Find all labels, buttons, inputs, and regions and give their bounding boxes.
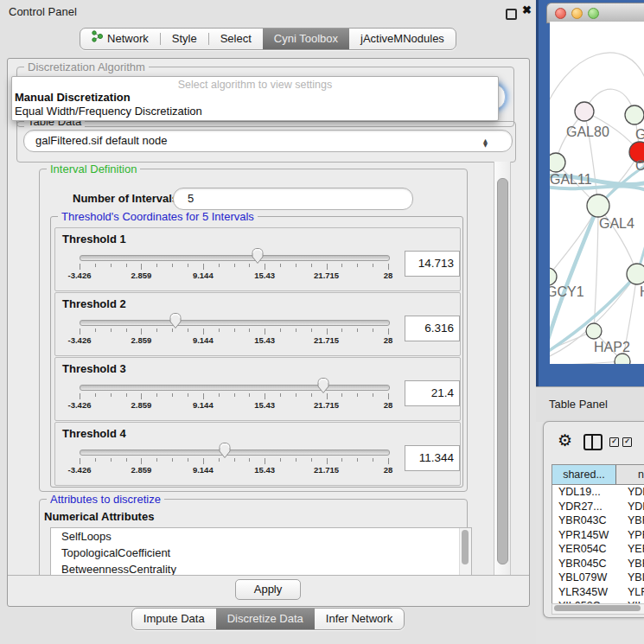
table-row[interactable]: YLR345WYLR3 [552, 585, 644, 600]
tick-label: 9.144 [193, 465, 214, 475]
tab-network[interactable]: Network [80, 29, 160, 49]
algorithm-option-manual-discretization[interactable]: Manual Discretization [12, 91, 498, 105]
table-cell: YLR3 [622, 585, 644, 600]
network-node-hap2[interactable] [586, 323, 602, 339]
column-header-shared-name[interactable]: shared... [552, 465, 616, 484]
threshold-1-slider-track[interactable] [80, 255, 390, 261]
tick-mark [373, 458, 373, 462]
network-node-gcy1[interactable] [550, 268, 557, 285]
gear-icon[interactable]: ⚙ [558, 432, 572, 449]
tick-mark [357, 264, 358, 267]
tick-mark [280, 328, 281, 332]
threshold-4-slider-thumb[interactable] [218, 442, 232, 459]
tick-mark [156, 328, 157, 332]
threshold-3-slider-thumb[interactable] [316, 377, 330, 394]
threshold-2-slider-thumb[interactable] [169, 312, 182, 329]
combo-arrows-icon: ▲▼ [483, 139, 488, 148]
tab-discretize-data[interactable]: Discretize Data [216, 609, 315, 629]
tick-mark [296, 328, 296, 332]
threshold-1-box: Threshold 1-3.4262.8599.14415.4321.71528… [54, 227, 461, 291]
threshold-1-value-field[interactable]: 14.713 [405, 251, 460, 277]
table-row[interactable]: YDR27...YDR2 [552, 500, 644, 514]
tab-cyni-toolbox[interactable]: Cyni Toolbox [263, 29, 349, 49]
close-traffic-light-icon[interactable] [555, 8, 566, 19]
threshold-2-slider-track[interactable] [80, 320, 390, 326]
checkbox-icon[interactable]: ✓ [622, 437, 632, 447]
tick-mark [388, 393, 389, 399]
tab-jactivemnodules[interactable]: jActiveMNodules [349, 29, 456, 49]
checkbox-icon[interactable]: ✓ [609, 437, 619, 447]
panel-vertical-scrollbar[interactable] [494, 162, 511, 575]
tab-label: Select [220, 29, 252, 49]
apply-button[interactable]: Apply [235, 579, 301, 600]
tick-mark [219, 393, 220, 397]
panel-scrollbar-thumb[interactable] [497, 178, 508, 564]
tick-label: 21.715 [314, 271, 339, 280]
attribute-item-selfloops[interactable]: SelfLoops [51, 528, 471, 545]
tick-mark [341, 264, 342, 267]
tick-label: -3.426 [68, 400, 92, 410]
algorithm-option-equal-width-frequency-discretization[interactable]: Equal Width/Frequency Discretization [12, 105, 498, 118]
table-row[interactable]: YBL079WYBL0 [552, 571, 644, 585]
network-node-gal80[interactable] [575, 102, 594, 121]
control-panel-window: Control Panel ✖ NetworkStyleSelectCyni T… [0, 0, 536, 644]
tick-mark [126, 458, 127, 462]
table-row[interactable]: YBR045CYBR0 [552, 557, 644, 571]
table-row[interactable]: YER054CYER0 [552, 542, 644, 557]
table-scrollbar-thumb[interactable] [554, 605, 641, 611]
threshold-2-value-field[interactable]: 6.316 [405, 316, 460, 341]
float-window-icon[interactable] [506, 9, 517, 20]
table-cell: YBL0 [622, 571, 644, 585]
table-cell: YDR2 [622, 500, 644, 514]
tick-label: 2.859 [131, 400, 152, 410]
zoom-traffic-light-icon[interactable] [588, 8, 599, 19]
network-node-label: GCY1 [550, 284, 584, 299]
tick-mark [111, 328, 112, 332]
network-node-h[interactable] [627, 264, 644, 284]
network-node[interactable] [615, 354, 630, 364]
number-of-intervals-spinner[interactable]: 5 [173, 188, 413, 210]
tab-select[interactable]: Select [209, 29, 263, 49]
tab-infer-network[interactable]: Infer Network [315, 609, 404, 629]
tab-style[interactable]: Style [161, 29, 208, 49]
table-cell: YBL079W [552, 571, 622, 585]
network-node-gal11[interactable] [550, 153, 565, 172]
network-node-ga[interactable] [625, 105, 644, 124]
tick-label: -3.426 [68, 271, 92, 280]
table-row[interactable]: YDL19...YDL1 [552, 485, 644, 500]
threshold-3-value-field[interactable]: 21.4 [405, 380, 460, 406]
tick-label: 21.715 [314, 400, 339, 410]
attribute-item-betweennesscentrality[interactable]: BetweennessCentrality [51, 561, 471, 575]
table-row[interactable]: YBR043CYBR0 [552, 513, 644, 528]
column-header-name[interactable]: n [616, 465, 644, 484]
attributes-scrollbar-thumb[interactable] [462, 530, 469, 564]
threshold-2-box: Threshold 2-3.4262.8599.14415.4321.71528… [54, 292, 461, 356]
close-icon[interactable]: ✖ [522, 3, 532, 16]
split-columns-icon[interactable] [583, 434, 603, 450]
table-horizontal-scrollbar[interactable] [552, 603, 644, 615]
table-row[interactable]: YPR145WYPR1 [552, 528, 644, 543]
numerical-attributes-list[interactable]: SelfLoopsTopologicalCoefficientBetweenne… [50, 527, 472, 575]
table-cell: YDL19... [552, 485, 622, 500]
attribute-item-topologicalcoefficient[interactable]: TopologicalCoefficient [51, 545, 471, 561]
threshold-4-slider-track[interactable] [80, 450, 390, 456]
thresholds-group-label: Threshold's Coordinates for 5 Intervals [58, 210, 258, 223]
table-data-combobox[interactable]: galFiltered.sif default node [23, 130, 513, 152]
network-window-titlebar[interactable] [546, 3, 644, 23]
network-node-gal4[interactable] [587, 194, 609, 217]
network-canvas[interactable]: GAL80GACGAL11GAL4GCY1HHAP2 [550, 22, 644, 364]
tab-impute-data[interactable]: Impute Data [132, 609, 216, 629]
tick-mark [388, 264, 389, 270]
tick-mark [296, 264, 296, 267]
tick-label: 15.43 [254, 271, 275, 280]
tick-mark [203, 264, 204, 270]
attributes-scrollbar[interactable] [459, 528, 471, 575]
tick-mark [234, 393, 235, 397]
threshold-4-value-field[interactable]: 11.344 [405, 445, 460, 471]
minimize-traffic-light-icon[interactable] [571, 8, 583, 19]
tick-mark [156, 458, 157, 462]
tick-mark [156, 264, 157, 267]
network-node-label: GA [635, 127, 644, 142]
threshold-3-slider-track[interactable] [80, 385, 390, 391]
threshold-1-slider-thumb[interactable] [251, 247, 265, 265]
